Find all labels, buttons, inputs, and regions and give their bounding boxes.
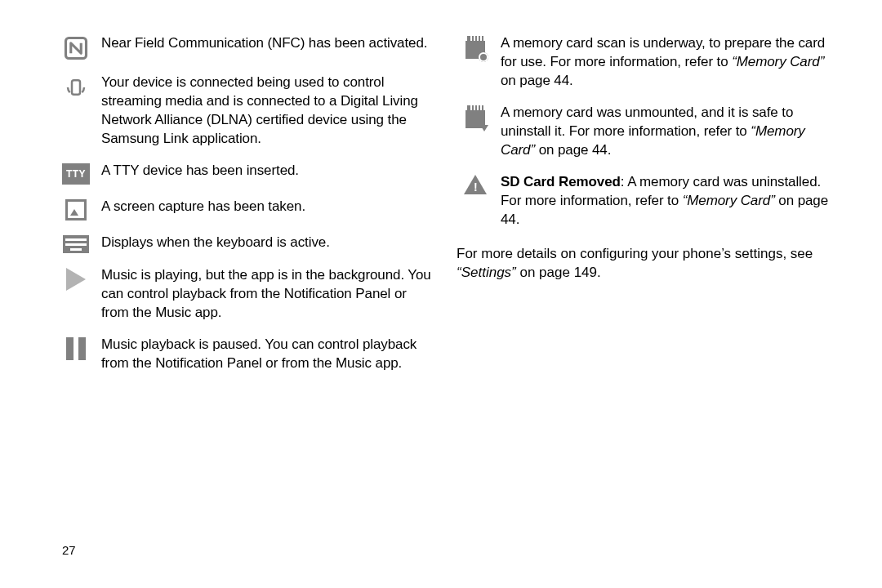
entry-nfc: Near Field Communication (NFC) has been … (57, 34, 434, 60)
entry-text: A memory card scan is underway, to prepa… (494, 34, 833, 91)
entry-sd-scan: A memory card scan is underway, to prepa… (457, 34, 833, 91)
pause-icon (57, 336, 95, 373)
entry-text: A TTY device has been inserted. (95, 162, 434, 185)
footer-note: For more details on configuring your pho… (457, 245, 833, 283)
dlna-icon (57, 74, 95, 149)
entry-text: Music playback is paused. You can contro… (95, 336, 434, 373)
nfc-icon (57, 34, 95, 60)
entry-text: SD Card Removed: A memory card was unins… (494, 173, 833, 229)
entry-dlna: Your device is connected being used to c… (57, 74, 434, 149)
entry-music-play: Music is playing, but the app is in the … (57, 266, 434, 323)
warning-icon (457, 173, 494, 229)
entry-text: A memory card was unmounted, and it is s… (494, 104, 833, 160)
sd-scan-icon (457, 34, 494, 91)
manual-page: Near Field Communication (NFC) has been … (0, 0, 882, 588)
entry-screenshot: A screen capture has been taken. (57, 198, 434, 220)
entry-sd-unmount: A memory card was unmounted, and it is s… (457, 104, 833, 160)
entry-text: A screen capture has been taken. (95, 198, 434, 220)
left-column: Near Field Communication (NFC) has been … (57, 34, 457, 588)
tty-icon: TTY (57, 162, 95, 185)
screenshot-icon (57, 198, 95, 220)
entry-music-pause: Music playback is paused. You can contro… (57, 336, 434, 373)
entry-text: Displays when the keyboard is active. (95, 234, 434, 253)
page-number: 27 (62, 543, 76, 557)
entry-text: Music is playing, but the app is in the … (95, 266, 434, 323)
play-icon (57, 266, 95, 323)
entry-tty: TTY A TTY device has been inserted. (57, 162, 434, 185)
entry-text: Near Field Communication (NFC) has been … (95, 34, 434, 60)
right-column: A memory card scan is underway, to prepa… (457, 34, 833, 588)
svg-rect-1 (72, 80, 80, 95)
entry-sd-removed: SD Card Removed: A memory card was unins… (457, 173, 833, 229)
keyboard-icon (57, 234, 95, 253)
sd-unmount-icon (457, 104, 494, 160)
entry-text: Your device is connected being used to c… (95, 74, 434, 149)
entry-keyboard: Displays when the keyboard is active. (57, 234, 434, 253)
